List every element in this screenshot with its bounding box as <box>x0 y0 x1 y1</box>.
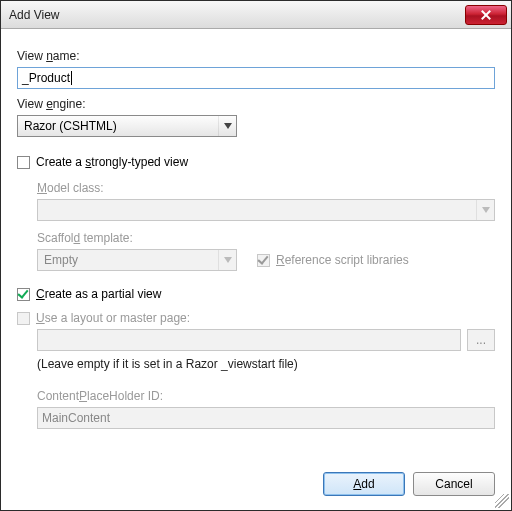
close-icon <box>481 10 491 20</box>
view-name-label: View name: <box>17 49 495 63</box>
partial-view-label: Create as a partial view <box>36 287 161 301</box>
strongly-typed-row: Create a strongly-typed view <box>17 155 495 169</box>
chevron-down-icon <box>218 250 236 270</box>
ref-scripts-label: Reference script libraries <box>276 253 409 267</box>
add-view-dialog: Add View View name: _Product View engine… <box>0 0 512 511</box>
ref-scripts-checkbox <box>257 254 270 267</box>
layout-path-row: ... <box>37 329 495 351</box>
cph-input: MainContent <box>37 407 495 429</box>
scaffold-row: Empty Reference script libraries <box>37 249 495 271</box>
partial-view-checkbox[interactable] <box>17 288 30 301</box>
layout-hint: (Leave empty if it is set in a Razor _vi… <box>37 357 495 371</box>
layout-path-input <box>37 329 461 351</box>
dialog-body: View name: _Product View engine: Razor (… <box>1 29 511 462</box>
browse-button: ... <box>467 329 495 351</box>
strongly-typed-group: Model class: Scaffold template: Empty <box>37 173 495 271</box>
close-button[interactable] <box>465 5 507 25</box>
model-class-label: Model class: <box>37 181 495 195</box>
use-layout-checkbox <box>17 312 30 325</box>
scaffold-label: Scaffold template: <box>37 231 495 245</box>
cph-label: ContentPlaceHolder ID: <box>37 389 495 403</box>
chevron-down-icon <box>476 200 494 220</box>
button-bar: Add Cancel <box>1 462 511 510</box>
model-class-combo <box>37 199 495 221</box>
view-engine-combo[interactable]: Razor (CSHTML) <box>17 115 237 137</box>
add-button[interactable]: Add <box>323 472 405 496</box>
view-name-input[interactable]: _Product <box>17 67 495 89</box>
layout-group: ... (Leave empty if it is set in a Razor… <box>37 329 495 429</box>
scaffold-combo: Empty <box>37 249 237 271</box>
chevron-down-icon <box>218 116 236 136</box>
window-title: Add View <box>9 8 465 22</box>
view-engine-label: View engine: <box>17 97 495 111</box>
strongly-typed-checkbox[interactable] <box>17 156 30 169</box>
titlebar: Add View <box>1 1 511 29</box>
use-layout-label: Use a layout or master page: <box>36 311 190 325</box>
ref-scripts-row: Reference script libraries <box>257 253 409 267</box>
strongly-typed-label: Create a strongly-typed view <box>36 155 188 169</box>
cancel-button[interactable]: Cancel <box>413 472 495 496</box>
use-layout-row: Use a layout or master page: <box>17 311 495 325</box>
resize-grip[interactable] <box>495 494 509 508</box>
partial-view-row: Create as a partial view <box>17 287 495 301</box>
text-caret <box>71 71 72 85</box>
